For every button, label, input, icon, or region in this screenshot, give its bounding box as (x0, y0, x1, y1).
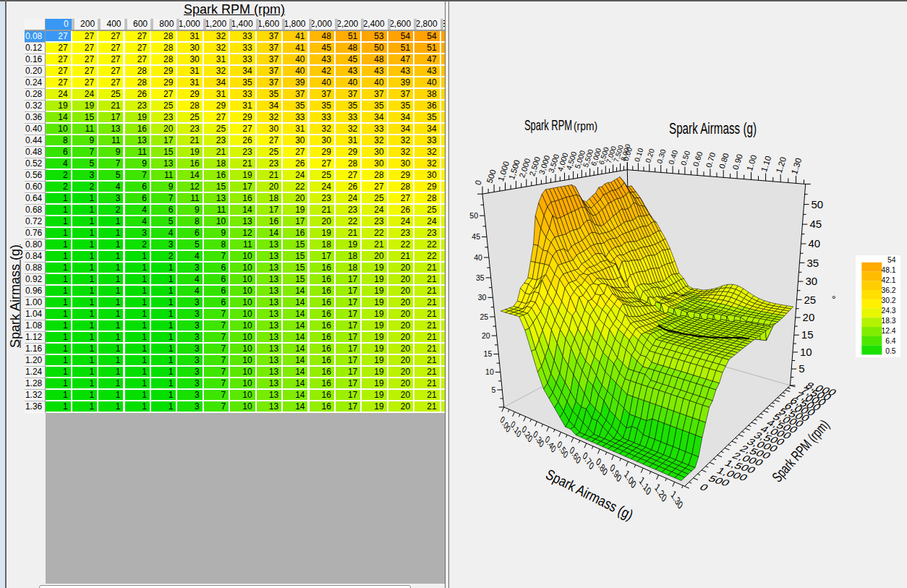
svg-text:25: 25 (480, 312, 488, 321)
svg-text:45: 45 (472, 232, 480, 241)
svg-text:0.90: 0.90 (731, 153, 744, 171)
svg-text:0.30: 0.30 (532, 428, 545, 450)
svg-text:0.80: 0.80 (717, 152, 731, 169)
svg-text:0.40: 0.40 (668, 149, 680, 166)
svg-text:1.00: 1.00 (623, 467, 638, 491)
svg-text:0.5: 0.5 (885, 347, 896, 355)
svg-text:0: 0 (473, 179, 482, 187)
svg-text:0.60: 0.60 (691, 150, 704, 168)
svg-text:0.90: 0.90 (608, 461, 623, 485)
svg-text:50: 50 (469, 211, 478, 220)
svg-text:1.30: 1.30 (669, 487, 684, 512)
svg-text:0.10: 0.10 (633, 147, 645, 163)
svg-text:42.1: 42.1 (881, 276, 895, 284)
svg-text:0.20: 0.20 (644, 148, 656, 163)
svg-text:25: 25 (804, 294, 817, 306)
svg-text:30: 30 (478, 293, 487, 302)
svg-text:1.00: 1.00 (745, 154, 758, 172)
svg-text:0.70: 0.70 (704, 151, 717, 169)
svg-text:0.00: 0.00 (499, 414, 512, 435)
svg-text:0.20: 0.20 (521, 423, 535, 445)
svg-text:0.50: 0.50 (555, 438, 570, 461)
svg-text:15: 15 (801, 328, 814, 341)
svg-text:10: 10 (800, 346, 812, 358)
svg-text:12.4: 12.4 (881, 327, 895, 335)
svg-text:36.2: 36.2 (881, 286, 895, 294)
svg-text:1.20: 1.20 (653, 480, 668, 504)
svg-text:0.70: 0.70 (581, 450, 595, 473)
svg-text:5: 5 (491, 385, 495, 394)
svg-text:0.50: 0.50 (678, 150, 691, 166)
svg-text:Spark RPM: Spark RPM (524, 116, 572, 133)
svg-text:30.2: 30.2 (881, 297, 895, 304)
svg-text:20: 20 (803, 311, 815, 323)
svg-text:°: ° (832, 294, 836, 305)
svg-text:1.10: 1.10 (759, 155, 772, 173)
svg-text:5: 5 (799, 362, 804, 375)
svg-text:6.4: 6.4 (885, 337, 896, 345)
svg-text:40: 40 (474, 253, 482, 262)
svg-text:30: 30 (805, 275, 817, 287)
svg-text:45: 45 (809, 218, 822, 230)
svg-text:500: 500 (485, 169, 498, 184)
svg-text:35: 35 (806, 257, 819, 269)
svg-text:35: 35 (476, 273, 485, 282)
svg-text:1.10: 1.10 (638, 474, 653, 498)
svg-text:0.80: 0.80 (595, 456, 609, 479)
svg-text:24.3: 24.3 (881, 307, 895, 315)
svg-text:18.3: 18.3 (881, 317, 895, 325)
svg-text:10: 10 (485, 367, 494, 376)
svg-text:(rpm): (rpm) (574, 120, 597, 132)
svg-text:1.30: 1.30 (789, 156, 804, 176)
svg-text:0.30: 0.30 (655, 148, 668, 165)
svg-text:20: 20 (482, 331, 490, 340)
svg-text:50: 50 (812, 198, 824, 210)
svg-text:0.40: 0.40 (543, 433, 558, 456)
svg-text:54: 54 (887, 256, 896, 264)
svg-text:0.10: 0.10 (509, 419, 522, 440)
svg-text:15: 15 (484, 349, 493, 358)
svg-text:0.60: 0.60 (568, 444, 582, 467)
svg-text:1.20: 1.20 (774, 155, 788, 174)
svg-text:48.1: 48.1 (881, 266, 895, 274)
svg-text:0: 0 (697, 482, 710, 493)
svg-text:Spark Airmass (g): Spark Airmass (g) (669, 119, 757, 137)
svg-text:40: 40 (808, 237, 820, 250)
